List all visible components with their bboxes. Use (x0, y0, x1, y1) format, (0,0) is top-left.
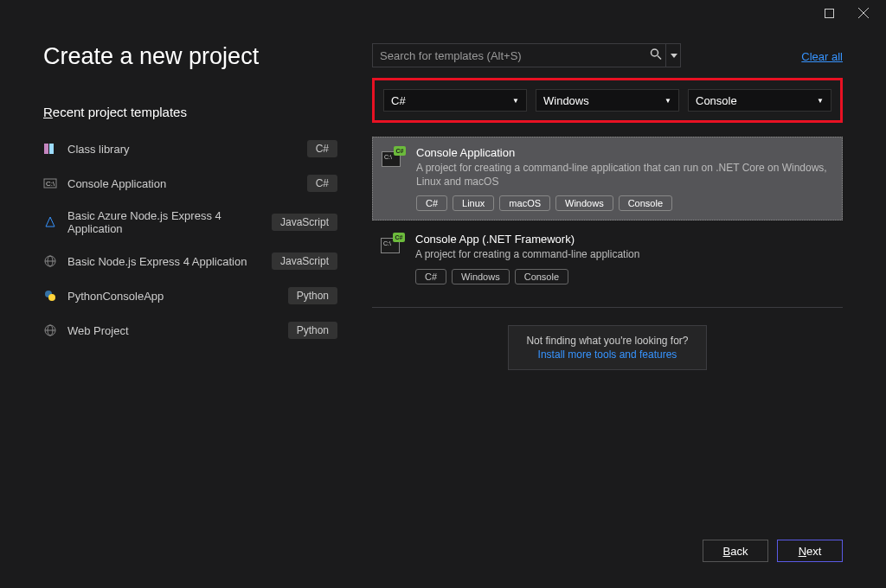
template-item-console-application[interactable]: C:\ C# Console Application A project for… (372, 137, 843, 220)
console-icon: C:\ (43, 176, 57, 190)
search-input[interactable] (372, 43, 681, 67)
page-title: Create a new project (43, 43, 337, 70)
svg-rect-0 (825, 9, 833, 17)
template-tag: Linux (453, 195, 494, 211)
recent-list: Class library C# C:\ Console Application… (43, 135, 337, 344)
template-tag: macOS (499, 195, 550, 211)
language-badge: Python (288, 287, 337, 304)
recent-item-label: PythonConsoleApp (67, 290, 278, 303)
template-tag: Console (619, 195, 672, 211)
recent-item-python-console[interactable]: PythonConsoleApp Python (43, 282, 337, 310)
csharp-console-icon: C:\ C# (382, 148, 404, 169)
svg-marker-7 (46, 217, 55, 227)
not-finding-box: Not finding what you're looking for? Ins… (508, 325, 706, 370)
template-tag: C# (415, 269, 446, 284)
install-tools-link[interactable]: Install more tools and features (526, 348, 688, 361)
next-button[interactable]: Next (777, 540, 843, 562)
recent-item-label: Class library (67, 143, 297, 156)
recent-heading: Recent project templates (43, 105, 337, 119)
svg-rect-4 (49, 144, 54, 154)
recent-item-label: Basic Azure Node.js Express 4 Applicatio… (67, 209, 261, 235)
recent-item-azure-node[interactable]: Basic Azure Node.js Express 4 Applicatio… (43, 204, 337, 240)
platform-filter-value: Windows (543, 94, 589, 107)
recent-item-label: Console Application (67, 177, 297, 190)
recent-item-label: Basic Node.js Express 4 Application (67, 255, 261, 268)
restore-icon[interactable] (820, 4, 838, 22)
svg-rect-3 (44, 144, 48, 154)
template-tag: C# (416, 195, 447, 211)
filter-highlight-box: C# ▼ Windows ▼ Console ▼ (372, 78, 843, 123)
web-icon (43, 323, 57, 337)
azure-icon (43, 215, 57, 229)
recent-item-class-library[interactable]: Class library C# (43, 135, 337, 163)
svg-text:C:\: C:\ (46, 180, 55, 188)
python-icon (43, 289, 57, 303)
project-type-filter-value: Console (696, 94, 737, 107)
chevron-down-icon: ▼ (817, 97, 824, 105)
svg-point-12 (48, 294, 55, 301)
language-badge: JavaScript (272, 214, 337, 231)
csharp-console-icon: C:\ C# (381, 234, 403, 255)
project-type-filter[interactable]: Console ▼ (688, 89, 831, 112)
search-dropdown-icon[interactable] (665, 43, 681, 67)
class-library-icon (43, 142, 57, 156)
template-tag: Console (515, 269, 568, 284)
web-icon (43, 254, 57, 268)
language-filter-value: C# (391, 94, 406, 107)
language-badge: C# (307, 175, 337, 192)
template-list: C:\ C# Console Application A project for… (372, 137, 843, 308)
template-tag: Windows (555, 195, 613, 211)
language-badge: C# (307, 140, 337, 157)
recent-item-console-app[interactable]: C:\ Console Application C# (43, 169, 337, 197)
recent-item-node-express[interactable]: Basic Node.js Express 4 Application Java… (43, 247, 337, 275)
close-icon[interactable] (855, 4, 872, 22)
recent-item-label: Web Project (67, 324, 278, 337)
language-filter[interactable]: C# ▼ (383, 89, 527, 112)
platform-filter[interactable]: Windows ▼ (536, 89, 679, 112)
language-badge: JavaScript (272, 252, 337, 270)
recent-item-web-project[interactable]: Web Project Python (43, 316, 337, 344)
chevron-down-icon: ▼ (512, 97, 519, 105)
chevron-down-icon: ▼ (664, 97, 671, 105)
template-description: A project for creating a command-line ap… (416, 161, 833, 189)
template-tag: Windows (452, 269, 510, 284)
not-finding-text: Not finding what you're looking for? (526, 335, 688, 347)
clear-all-link[interactable]: Clear all (801, 50, 843, 63)
back-button[interactable]: Back (703, 540, 768, 562)
svg-marker-18 (671, 54, 677, 58)
template-item-console-app-net-framework[interactable]: C:\ C# Console App (.NET Framework) A pr… (372, 224, 843, 292)
language-badge: Python (288, 322, 337, 339)
template-title: Console Application (416, 146, 833, 159)
template-title: Console App (.NET Framework) (415, 233, 834, 246)
template-description: A project for creating a command-line ap… (415, 247, 834, 261)
